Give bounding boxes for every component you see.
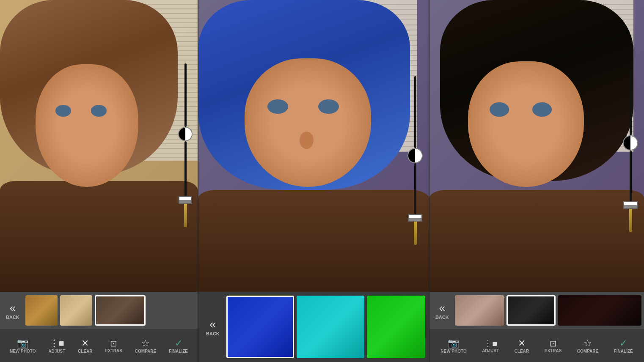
compare-label-right: COMPARE <box>577 349 598 354</box>
swatch-brown-right[interactable] <box>455 295 504 326</box>
clear-label-left: CLEAR <box>78 349 92 354</box>
slider-left[interactable] <box>178 63 193 227</box>
nose-center <box>300 132 314 149</box>
slider-thumb-center[interactable] <box>407 148 423 163</box>
face-center <box>245 58 371 187</box>
swatch-light-brown[interactable] <box>60 295 92 326</box>
panel-center: « BACK <box>198 0 429 362</box>
swatches-row-left: « BACK <box>0 292 198 329</box>
compare-btn-left[interactable]: ☆ COMPARE <box>135 338 156 354</box>
swatch-green-center[interactable] <box>367 296 425 358</box>
extras-btn-left[interactable]: ⊡ EXTRAS <box>105 338 122 353</box>
shirt-right <box>429 190 644 292</box>
photo-area-right <box>429 0 644 292</box>
panels-row: « BACK 📷 NEW PHOTO ⋮■ ADJUST ✕ <box>0 0 644 362</box>
finalize-btn-right[interactable]: ✓ FINALIZE <box>614 338 633 354</box>
clear-icon-left: ✕ <box>81 338 89 349</box>
new-photo-label-right: NEW PHOTO <box>440 349 466 354</box>
finalize-icon-right: ✓ <box>619 338 627 349</box>
back-label-right: BACK <box>435 315 449 320</box>
shirt-left <box>0 181 198 292</box>
extras-label-right: EXTRAS <box>545 348 562 353</box>
swatches-row-right: « BACK <box>429 292 644 329</box>
extras-icon-left: ⊡ <box>110 338 117 348</box>
back-btn-right[interactable]: « BACK <box>432 300 452 321</box>
slider-thumb-left[interactable] <box>178 127 193 141</box>
clear-btn-left[interactable]: ✕ CLEAR <box>78 338 92 354</box>
slider-thumb-right[interactable] <box>623 135 638 151</box>
slider-rect-right[interactable] <box>623 201 638 209</box>
clear-btn-right[interactable]: ✕ CLEAR <box>515 338 529 354</box>
slider-handle-right <box>629 209 632 232</box>
back-btn-left[interactable]: « BACK <box>3 300 23 321</box>
slider-track-right-top <box>630 70 632 135</box>
compare-icon-left: ☆ <box>141 338 150 349</box>
back-label-center: BACK <box>206 331 220 336</box>
back-arrow-center: « <box>209 318 216 331</box>
adjust-label-right: ADJUST <box>482 348 499 353</box>
clear-label-right: CLEAR <box>515 349 529 354</box>
face-right <box>468 61 584 187</box>
face-left <box>36 64 138 187</box>
back-label-left: BACK <box>6 315 19 320</box>
shirt-center <box>198 190 429 292</box>
slider-handle-left <box>184 204 187 227</box>
back-arrow-right: « <box>439 302 445 315</box>
eye-right-2 <box>532 102 552 117</box>
compare-icon-right: ☆ <box>583 338 592 349</box>
photo-area-center <box>198 0 429 292</box>
extras-icon-right: ⊡ <box>550 338 557 348</box>
adjust-btn-left[interactable]: ⋮■ ADJUST <box>48 338 65 354</box>
slider-rect-left[interactable] <box>179 196 192 204</box>
adjust-label-left: ADJUST <box>48 349 65 354</box>
panel-left: « BACK 📷 NEW PHOTO ⋮■ ADJUST ✕ <box>0 0 198 362</box>
swatch-dark-brown-right[interactable] <box>558 295 641 326</box>
app-wrapper: « BACK 📷 NEW PHOTO ⋮■ ADJUST ✕ <box>0 0 644 362</box>
new-photo-btn-right[interactable]: 📷 NEW PHOTO <box>440 338 466 354</box>
slider-rect-center[interactable] <box>408 214 422 222</box>
compare-btn-right[interactable]: ☆ COMPARE <box>577 338 598 354</box>
slider-track-left-top <box>184 63 187 127</box>
swatch-teal-center[interactable] <box>297 296 364 358</box>
extras-btn-right[interactable]: ⊡ EXTRAS <box>545 338 562 353</box>
adjust-btn-right[interactable]: ⋮■ ADJUST <box>482 338 499 353</box>
bottom-center: « BACK <box>198 292 429 362</box>
eye-center-1 <box>267 99 288 114</box>
slider-handle-center <box>414 222 417 245</box>
finalize-label-right: FINALIZE <box>614 349 633 354</box>
panel-right: « BACK 📷 NEW PHOTO ⋮■ ADJUST ✕ <box>429 0 644 362</box>
extras-label-left: EXTRAS <box>105 348 122 353</box>
slider-track-center-bot <box>414 163 416 214</box>
slider-center[interactable] <box>407 76 423 245</box>
compare-label-left: COMPARE <box>135 349 156 354</box>
swatch-dark-brown-selected[interactable] <box>95 295 146 326</box>
toolbar-left: 📷 NEW PHOTO ⋮■ ADJUST ✕ CLEAR ⊡ EXTRAS ☆ <box>0 329 198 362</box>
finalize-icon-left: ✓ <box>175 338 182 349</box>
swatch-blue-center[interactable] <box>226 296 294 358</box>
back-btn-center[interactable]: « BACK <box>202 316 224 338</box>
clear-icon-right: ✕ <box>518 338 526 349</box>
slider-track-right-bot <box>630 151 632 201</box>
photo-area-left <box>0 0 198 292</box>
toolbar-right: 📷 NEW PHOTO ⋮■ ADJUST ✕ CLEAR ⊡ EXTRAS ☆ <box>429 329 644 362</box>
back-arrow-left: « <box>10 302 16 315</box>
slider-right[interactable] <box>623 70 638 232</box>
slider-track-center-top <box>414 76 416 148</box>
new-photo-label-left: NEW PHOTO <box>10 349 36 354</box>
eye-left-1 <box>55 105 71 117</box>
finalize-label-left: FINALIZE <box>169 349 188 354</box>
camera-icon-right: 📷 <box>448 338 459 349</box>
new-photo-btn-left[interactable]: 📷 NEW PHOTO <box>10 338 36 354</box>
camera-icon-left: 📷 <box>17 338 28 349</box>
eye-left-2 <box>91 105 107 117</box>
eye-center-2 <box>318 99 339 114</box>
slider-track-left-bot <box>184 141 187 196</box>
adjust-icon-right: ⋮■ <box>484 338 497 348</box>
eye-right-1 <box>490 102 509 117</box>
swatch-black-right[interactable] <box>506 295 556 326</box>
swatch-warm-brown[interactable] <box>25 295 58 326</box>
adjust-icon-left: ⋮■ <box>50 338 64 349</box>
finalize-btn-left[interactable]: ✓ FINALIZE <box>169 338 188 354</box>
